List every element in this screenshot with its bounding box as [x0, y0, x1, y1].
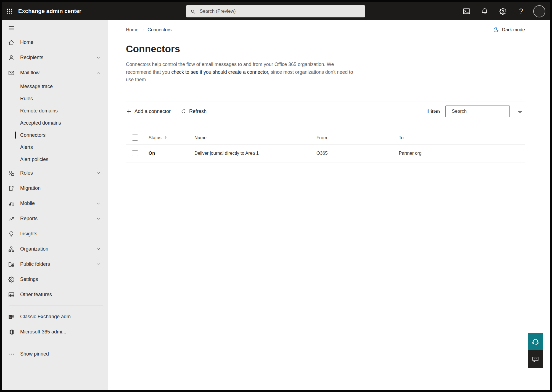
sidebar-item-label: Message trace — [20, 84, 53, 90]
mobile-stats-icon — [8, 200, 15, 207]
add-connector-label: Add a connector — [134, 109, 171, 114]
global-search-input[interactable] — [199, 8, 361, 14]
chevron-down-icon[interactable] — [96, 201, 101, 206]
sidebar-item-alerts[interactable]: Alerts — [2, 141, 108, 153]
avatar — [533, 5, 545, 17]
sidebar-item-label: Microsoft 365 admi... — [20, 329, 66, 335]
sidebar-item-alert-policies[interactable]: Alert policies — [2, 153, 108, 165]
global-search-box[interactable] — [186, 5, 365, 17]
moon-icon — [493, 27, 499, 33]
plus-icon — [126, 109, 132, 114]
table-row[interactable]: On Deliver journal directly to Area 1 O3… — [126, 144, 525, 162]
envelope-icon — [8, 69, 15, 77]
breadcrumb-current: Connectors — [147, 27, 171, 33]
row-status: On — [149, 151, 194, 156]
sidebar-item-mail-flow[interactable]: Mail flow — [2, 65, 108, 80]
sidebar-item-accepted-domains[interactable]: Accepted domains — [2, 117, 108, 129]
sidebar-item-microsoft-365[interactable]: Microsoft 365 admi... — [2, 324, 108, 340]
app-launcher-waffle-icon[interactable] — [2, 2, 17, 20]
show-pinned-button[interactable]: Show pinned — [2, 346, 108, 362]
sidebar-item-settings[interactable]: Settings — [2, 272, 108, 287]
settings-button[interactable] — [496, 5, 509, 18]
chevron-down-icon[interactable] — [96, 247, 101, 251]
help-button[interactable]: ? — [514, 5, 528, 18]
row-from: O365 — [316, 151, 399, 156]
sidebar-item-remote-domains[interactable]: Remote domains — [2, 105, 108, 117]
gear-icon — [8, 276, 15, 283]
sidebar-item-other-features[interactable]: Other features — [2, 287, 108, 302]
account-button[interactable] — [533, 5, 546, 18]
row-checkbox[interactable] — [132, 150, 138, 156]
sidebar-item-roles[interactable]: Roles — [2, 165, 108, 181]
sidebar-item-classic-exchange[interactable]: E Classic Exchange adm... — [2, 309, 108, 324]
sidebar-divider — [9, 343, 103, 343]
sidebar-item-organization[interactable]: Organization — [2, 241, 108, 257]
list-search-box[interactable] — [445, 106, 510, 117]
home-icon — [8, 39, 15, 46]
sidebar-item-label: Home — [20, 40, 33, 45]
column-header-status[interactable]: Status — [149, 135, 162, 140]
filter-button[interactable] — [515, 107, 525, 116]
selected-indicator — [15, 132, 16, 139]
sidebar-item-label: Organization — [20, 246, 48, 252]
notifications-button[interactable] — [478, 5, 491, 18]
sidebar-item-public-folders[interactable]: Public folders — [2, 257, 108, 272]
bell-icon — [480, 7, 489, 15]
sidebar-item-connectors[interactable]: Connectors — [2, 129, 108, 141]
waffle-icon — [6, 8, 13, 14]
page-description: Connectors help control the flow of emai… — [126, 61, 358, 84]
sidebar-item-migration[interactable]: Migration — [2, 181, 108, 196]
sidebar-item-label: Classic Exchange adm... — [20, 314, 75, 320]
row-name[interactable]: Deliver journal directly to Area 1 — [194, 151, 316, 156]
support-button[interactable] — [528, 333, 543, 350]
chevron-down-icon[interactable] — [96, 55, 101, 60]
collapse-nav-button[interactable] — [8, 25, 15, 32]
refresh-icon — [181, 109, 186, 114]
sidebar-item-home[interactable]: Home — [2, 35, 108, 50]
chevron-up-icon[interactable] — [96, 70, 101, 75]
sidebar-item-message-trace[interactable]: Message trace — [2, 80, 108, 93]
sidebar-item-mobile[interactable]: Mobile — [2, 196, 108, 211]
add-connector-button[interactable]: Add a connector — [126, 109, 171, 114]
terminal-icon — [462, 7, 471, 15]
search-icon — [190, 9, 196, 14]
sidebar-item-label: Alerts — [20, 144, 33, 150]
list-toolbar: Add a connector Refresh 1 item — [126, 101, 525, 122]
column-header-name[interactable]: Name — [194, 135, 316, 140]
breadcrumb-home-link[interactable]: Home — [126, 27, 138, 33]
column-header-from[interactable]: From — [316, 135, 399, 140]
sidebar-item-label: Connectors — [20, 132, 46, 138]
folder-globe-icon — [8, 261, 15, 268]
main-content: Home Connectors Dark mode Connectors Con… — [108, 20, 550, 390]
sidebar-item-rules[interactable]: Rules — [2, 93, 108, 105]
nav-list: Home Recipients Mail flow — [2, 35, 108, 302]
app-title: Exchange admin center — [18, 8, 81, 14]
list-search-input[interactable] — [451, 108, 513, 114]
item-count: 1 item — [427, 109, 440, 114]
sidebar-item-label: Accepted domains — [20, 120, 61, 126]
person-icon — [8, 54, 15, 61]
select-all-checkbox[interactable] — [132, 135, 138, 141]
powershell-terminal-button[interactable] — [460, 5, 473, 18]
refresh-button[interactable]: Refresh — [181, 109, 207, 114]
sidebar-item-reports[interactable]: Reports — [2, 211, 108, 226]
person-briefcase-icon — [8, 170, 15, 177]
dark-mode-toggle[interactable]: Dark mode — [493, 27, 525, 33]
chevron-down-icon[interactable] — [96, 262, 101, 267]
topbar-actions: ? — [460, 5, 550, 18]
chevron-down-icon[interactable] — [96, 216, 101, 221]
show-pinned-label: Show pinned — [20, 351, 49, 357]
sidebar-item-insights[interactable]: Insights — [2, 226, 108, 241]
left-navigation: Home Recipients Mail flow — [2, 20, 108, 390]
description-link[interactable]: check to see if you should create a conn… — [171, 69, 268, 75]
feedback-button[interactable] — [528, 350, 543, 368]
sidebar-item-label: Migration — [20, 185, 41, 191]
column-header-to[interactable]: To — [399, 135, 525, 140]
chevron-down-icon[interactable] — [96, 171, 101, 175]
sidebar-item-recipients[interactable]: Recipients — [2, 50, 108, 65]
lightbulb-icon — [8, 230, 15, 238]
sidebar-item-label: Other features — [20, 292, 52, 298]
sidebar-item-label: Recipients — [20, 55, 43, 60]
page-title: Connectors — [126, 43, 525, 54]
sidebar-item-label: Reports — [20, 216, 38, 222]
